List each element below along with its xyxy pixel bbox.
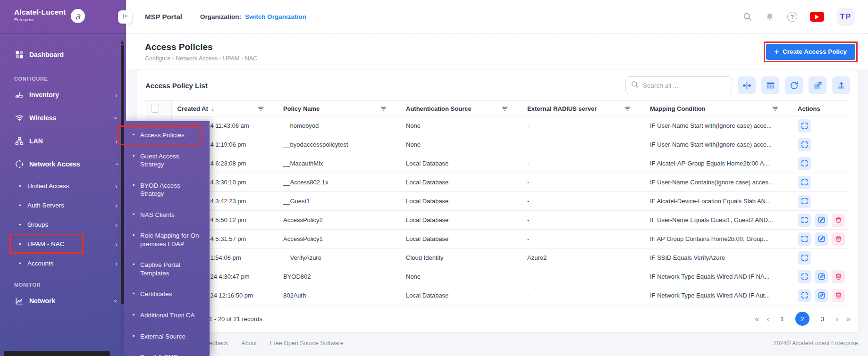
- edit-button[interactable]: [815, 270, 828, 283]
- delete-button[interactable]: [832, 270, 845, 283]
- first-page-icon[interactable]: «: [755, 315, 758, 323]
- help-icon[interactable]: ?: [787, 12, 797, 22]
- cell-auth-source: None: [400, 135, 522, 154]
- sidebar-item-dashboard[interactable]: Dashboard: [0, 46, 126, 63]
- about-link[interactable]: About: [241, 340, 257, 347]
- sidebar-item-upam-nac[interactable]: UPAM - NAC ›: [0, 237, 126, 251]
- column-mapping-condition[interactable]: Mapping Condition: [650, 105, 706, 112]
- delete-button[interactable]: [832, 214, 845, 227]
- filter-icon[interactable]: [501, 106, 508, 112]
- table-row: 1:54:06 pm __VerifyAzure Cloud Identity …: [145, 248, 850, 267]
- cell-policy-name: AccessPolicy2: [278, 211, 400, 230]
- expand-row-button[interactable]: [798, 232, 811, 246]
- submenu-item-label: Certificates: [140, 290, 172, 298]
- filter-icon[interactable]: [257, 106, 264, 112]
- expand-row-button[interactable]: [798, 119, 811, 132]
- user-avatar[interactable]: TP: [837, 8, 855, 26]
- page-2-button[interactable]: 2: [795, 312, 809, 326]
- expand-row-button[interactable]: [798, 138, 811, 151]
- delete-button[interactable]: [832, 232, 845, 246]
- chevron-down-icon: ›: [113, 300, 120, 302]
- section-monitor: MONITOR: [0, 275, 126, 292]
- table-row: 4 5:50:12 pm AccessPolicy2 Local Databas…: [145, 211, 850, 230]
- last-page-icon[interactable]: »: [846, 315, 850, 323]
- sidebar-item-groups[interactable]: Groups ›: [0, 217, 126, 232]
- filter-icon[interactable]: [380, 106, 387, 112]
- submenu-item-label: Access Policies: [140, 132, 185, 139]
- submenu-item[interactable]: Email & SMS: [124, 349, 210, 356]
- sidebar-item-auth-servers[interactable]: Auth Servers ›: [0, 198, 126, 212]
- search-icon[interactable]: [742, 12, 752, 22]
- expand-row-button[interactable]: [798, 195, 811, 208]
- filter-icon[interactable]: [624, 106, 631, 112]
- column-auth-source[interactable]: Authentication Source: [406, 105, 472, 112]
- notifications-bell-icon[interactable]: [765, 12, 775, 22]
- submenu-item-label: Role Mapping for On-premises LDAP: [140, 232, 201, 248]
- page-1-button[interactable]: 1: [777, 315, 787, 323]
- sidebar-item-wireless[interactable]: Wireless ›: [0, 109, 126, 126]
- cell-auth-source: Local Database: [400, 192, 522, 211]
- switch-organization-link[interactable]: Switch Organization: [245, 13, 306, 20]
- submenu-item[interactable]: Additional Trust CA: [124, 307, 210, 323]
- expand-row-button[interactable]: [798, 289, 811, 302]
- youtube-icon[interactable]: [810, 12, 824, 22]
- expand-row-button[interactable]: [798, 270, 811, 283]
- next-page-icon[interactable]: ›: [836, 315, 838, 323]
- column-policy-name[interactable]: Policy Name: [283, 105, 320, 112]
- cell-policy-name: __Access802.1x: [278, 173, 400, 192]
- select-all-checkbox[interactable]: [151, 105, 159, 113]
- submenu-item[interactable]: Access Policies: [124, 127, 210, 143]
- chevron-right-icon: ›: [115, 240, 118, 248]
- sidebar-item-inventory[interactable]: Inventory ›: [0, 86, 126, 103]
- sidebar-collapse-button[interactable]: [118, 10, 132, 24]
- sidebar-item-network-access[interactable]: Network Access ›: [0, 156, 126, 173]
- feedback-link[interactable]: edback: [209, 340, 228, 347]
- edit-button[interactable]: [815, 289, 828, 302]
- open-in-new-button[interactable]: [809, 76, 826, 94]
- submenu-item[interactable]: Certificates: [124, 286, 210, 302]
- sort-desc-icon[interactable]: ↓: [211, 105, 215, 112]
- sidebar-item-lan[interactable]: LAN ›: [0, 132, 126, 149]
- network-monitor-icon: [14, 296, 25, 306]
- cell-policy-name: BYOD802: [278, 267, 400, 286]
- expand-row-button[interactable]: [798, 157, 811, 170]
- expand-row-button[interactable]: [798, 251, 811, 265]
- search-icon: [631, 80, 639, 91]
- cell-auth-source: None: [400, 116, 522, 135]
- cell-auth-source: None: [400, 267, 522, 286]
- page-3-button[interactable]: 3: [817, 315, 828, 323]
- filter-icon[interactable]: [772, 106, 779, 112]
- create-access-policy-button[interactable]: + Create Access Policy: [766, 44, 855, 60]
- submenu-item[interactable]: Captive Portal Templates: [124, 257, 210, 281]
- submenu-item[interactable]: Guest Access Strategy: [124, 149, 210, 173]
- open-source-link[interactable]: Free Open Source Software: [270, 340, 344, 347]
- submenu-item[interactable]: BYOD Access Strategy: [124, 178, 210, 202]
- search-input[interactable]: [643, 82, 727, 89]
- export-upload-button[interactable]: [832, 76, 850, 94]
- table-row: 4 5:31:57 pm AccessPolicy1 Local Databas…: [145, 230, 850, 248]
- cell-policy-name: __MacauthMix: [278, 154, 400, 173]
- submenu-list: Access Policies Guest Access Strategy BY…: [124, 127, 210, 356]
- submenu-item[interactable]: NAS Clients: [124, 207, 210, 223]
- sidebar-item-accounts[interactable]: Accounts ›: [0, 256, 126, 270]
- column-actions: Actions: [798, 105, 820, 112]
- edit-button[interactable]: [815, 214, 828, 227]
- refresh-button[interactable]: [785, 76, 803, 94]
- sidebar-item-unified-access[interactable]: Unified Access ›: [0, 179, 126, 193]
- edit-button[interactable]: [815, 232, 828, 246]
- sidebar-horizontal-scrollbar[interactable]: [4, 351, 110, 356]
- submenu-item-label: Additional Trust CA: [140, 312, 195, 319]
- sidebar-vertical-scrollbar[interactable]: [121, 45, 124, 304]
- expand-row-button[interactable]: [798, 214, 811, 227]
- sidebar-item-network[interactable]: Network ›: [0, 292, 126, 309]
- fit-columns-button[interactable]: [738, 76, 756, 94]
- columns-settings-button[interactable]: [761, 76, 779, 94]
- submenu-item[interactable]: Role Mapping for On-premises LDAP: [124, 228, 210, 252]
- delete-button[interactable]: [832, 289, 845, 302]
- page-title: Access Policies: [145, 42, 257, 52]
- submenu-item[interactable]: External Source: [124, 329, 210, 345]
- expand-row-button[interactable]: [798, 176, 811, 189]
- column-radius-server[interactable]: External RADIUS server: [527, 105, 597, 112]
- previous-page-icon[interactable]: ‹: [767, 315, 769, 323]
- column-created-at[interactable]: Created At: [177, 105, 208, 112]
